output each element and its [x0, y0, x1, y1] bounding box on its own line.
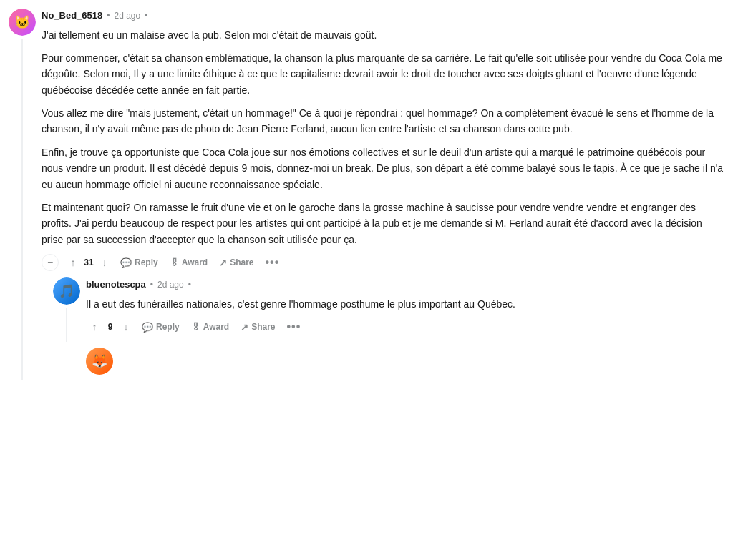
comment-text-reply: Il a eut des funérailles nationales, c'e… — [86, 296, 724, 312]
dot-reply: • — [150, 278, 153, 291]
downvote-button-main[interactable]: ↓ — [96, 254, 113, 271]
more-button-main[interactable]: ••• — [261, 253, 284, 272]
paragraph-1: Pour commencer, c'était sa chanson emblé… — [42, 50, 724, 98]
award-icon-main: 🎖 — [170, 257, 179, 268]
main-comment: 🐱 No_Bed_6518 • 2d ago • J'ai tellement … — [9, 9, 724, 380]
upvote-button-main[interactable]: ↑ — [64, 254, 82, 271]
downvote-button-reply[interactable]: ↓ — [117, 318, 135, 335]
comment-left-main: 🐱 — [9, 9, 36, 380]
more-replies-indicator: 🦊 — [53, 348, 724, 375]
reply-comment: 🎵 bluenotescpa • 2d ago • Il a eut des f… — [53, 277, 724, 342]
comment-text-main: J'ai tellement eu un malaise avec la pub… — [42, 27, 724, 248]
award-label-main: Award — [182, 257, 208, 267]
more-button-reply[interactable]: ••• — [283, 318, 306, 336]
reply-button-main[interactable]: 💬 Reply — [116, 255, 162, 271]
timestamp-main: 2d ago — [114, 9, 140, 22]
nested-comment-container: 🎵 bluenotescpa • 2d ago • Il a eut des f… — [53, 277, 724, 375]
award-label-reply: Award — [203, 322, 229, 332]
comment-header-main: No_Bed_6518 • 2d ago • — [42, 9, 724, 23]
dot-main: • — [107, 9, 110, 22]
dot-reply-2: • — [188, 278, 191, 291]
timestamp-reply: 2d ago — [157, 278, 184, 291]
reply-paragraph-0: Il a eut des funérailles nationales, c'e… — [86, 296, 724, 312]
paragraph-2: Vous allez me dire "mais justement, c'ét… — [42, 105, 724, 137]
thread-line-main — [21, 39, 23, 380]
comment-left-reply: 🎵 — [53, 277, 80, 342]
award-button-main[interactable]: 🎖 Award — [165, 255, 212, 271]
comment-body-reply: bluenotescpa • 2d ago • Il a eut des fun… — [86, 277, 724, 342]
share-button-reply[interactable]: ↗ Share — [236, 319, 279, 335]
paragraph-0: J'ai tellement eu un malaise avec la pub… — [42, 27, 724, 43]
username-main: No_Bed_6518 — [42, 9, 102, 23]
avatar-image-reply: 🎵 — [53, 277, 80, 305]
vote-count-reply: 9 — [105, 320, 116, 333]
upvote-button-reply[interactable]: ↑ — [86, 318, 103, 335]
reply-label-reply: Reply — [156, 322, 180, 332]
reply-icon-reply: 💬 — [142, 322, 153, 333]
comment-thread: 🐱 No_Bed_6518 • 2d ago • J'ai tellement … — [0, 0, 733, 395]
reply-button-reply[interactable]: 💬 Reply — [137, 319, 184, 335]
award-icon-reply: 🎖 — [191, 322, 200, 333]
vote-count-main: 31 — [83, 256, 94, 269]
username-reply: bluenotescpa — [86, 277, 146, 292]
share-icon-reply: ↗ — [241, 322, 248, 333]
share-button-main[interactable]: ↗ Share — [215, 255, 258, 271]
share-label-main: Share — [230, 257, 253, 267]
reply-icon-main: 💬 — [120, 257, 132, 268]
share-icon-main: ↗ — [219, 257, 227, 268]
avatar-main: 🐱 — [9, 9, 36, 36]
comment-actions-main: − ↑ 31 ↓ 💬 Reply 🎖 Award ↗ Share — [42, 253, 724, 272]
share-label-reply: Share — [251, 322, 275, 332]
thread-line-reply — [66, 308, 67, 342]
vote-section-reply: ↑ 9 ↓ — [86, 318, 135, 335]
collapse-button-main[interactable]: − — [42, 254, 59, 271]
avatar-reply: 🎵 — [53, 277, 80, 305]
comment-actions-reply: ↑ 9 ↓ 💬 Reply 🎖 Award — [86, 318, 724, 336]
award-button-reply[interactable]: 🎖 Award — [187, 319, 233, 335]
dot-main-2: • — [145, 9, 147, 22]
comment-header-reply: bluenotescpa • 2d ago • — [86, 277, 724, 292]
vote-section-main: ↑ 31 ↓ — [64, 254, 113, 271]
avatar-more: 🦊 — [86, 348, 113, 375]
paragraph-4: Et maintenant quoi? On ramasse le fruit … — [42, 200, 724, 247]
reply-label-main: Reply — [135, 257, 158, 267]
paragraph-3: Enfin, je trouve ça opportuniste que Coc… — [42, 144, 724, 192]
avatar-image-main: 🐱 — [9, 9, 36, 36]
comment-body-main: No_Bed_6518 • 2d ago • J'ai tellement eu… — [42, 9, 724, 380]
